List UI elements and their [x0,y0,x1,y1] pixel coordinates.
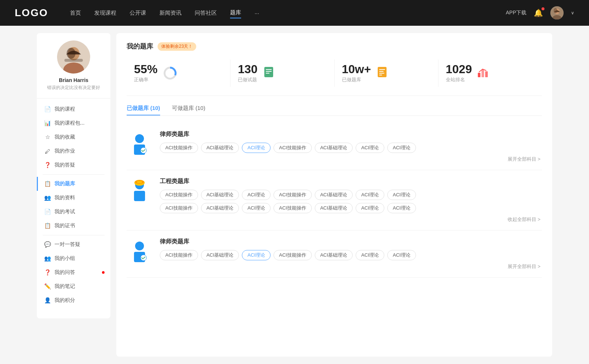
svg-point-31 [135,242,144,250]
menu-divider-2 [43,235,105,235]
expand-lawyer1-link[interactable]: 展开全部科目 > [160,156,542,163]
nav-open-course[interactable]: 公开课 [130,8,146,18]
svg-rect-22 [485,71,488,77]
collapse-engineer1-link[interactable]: 收起全部科目 > [160,216,542,223]
navbar: LOGO 首页 发现课程 公开课 新闻资讯 问答社区 题库 ··· APP下载 … [0,0,589,26]
bar-chart-icon: 📊 [44,120,51,126]
expand-lawyer2-link[interactable]: 展开全部科目 > [160,263,542,270]
eng-tag-2[interactable]: ACI基础理论 [201,190,239,200]
eng-tag-1[interactable]: ACI技能操作 [160,190,198,200]
svg-rect-13 [266,71,272,72]
done-questions-value: 130 [238,63,257,75]
eng-tag-5[interactable]: ACI基础理论 [315,190,353,200]
sidebar-item-exams[interactable]: 📄 我的考试 [37,205,110,219]
bank-card-lawyer2: 律师类题库 ACI技能操作 ACI基础理论 ACI理论 ACI技能操作 ACI基… [127,231,542,278]
rank-value: 1029 [446,63,472,75]
bank-card-engineer1: 工程类题库 ACI技能操作 ACI基础理论 ACI理论 ACI技能操作 ACI基… [127,170,542,231]
l2-tag-1[interactable]: ACI技能操作 [160,250,198,260]
l2-tag-7[interactable]: ACI理论 [387,250,416,260]
stat-done-banks: 10w+ 已做题库 [335,60,438,87]
bell-icon[interactable]: 🔔 [534,8,543,17]
sidebar-item-course-packages[interactable]: 📊 我的课程包... [37,116,110,130]
eng-tag-13[interactable]: ACI理论 [356,203,384,213]
accuracy-chart-icon [163,66,177,81]
exam-icon: 📄 [44,208,51,215]
star-icon: ☆ [44,134,51,140]
l2-tag-2[interactable]: ACI基础理论 [201,250,239,260]
bank-engineer1-body: 工程类题库 ACI技能操作 ACI基础理论 ACI理论 ACI技能操作 ACI基… [160,178,542,223]
l2-tag-5[interactable]: ACI基础理论 [315,250,353,260]
main-content: 我的题库 体验剩余23天！ 55% 正确率 130 [116,33,552,357]
menu-divider-1 [43,174,105,175]
app-download-button[interactable]: APP下载 [506,10,526,16]
accuracy-value: 55% [134,63,158,75]
tabs-row: 已做题库 (10) 可做题库 (10) [127,105,542,116]
eng-tag-3[interactable]: ACI理论 [242,190,271,200]
sidebar-item-my-courses[interactable]: 📄 我的课程 [37,102,110,116]
eng-tag-9[interactable]: ACI基础理论 [201,203,239,213]
page-title: 我的题库 [127,42,153,51]
points-icon: 👤 [44,297,51,304]
nav-home[interactable]: 首页 [70,8,81,18]
svg-rect-8 [64,59,83,62]
tab-done-banks[interactable]: 已做题库 (10) [127,105,160,115]
svg-rect-27 [134,191,145,201]
svg-rect-19 [379,75,382,75]
nav-bank[interactable]: 题库 [230,8,241,18]
tag-aci-skill-op[interactable]: ACI技能操作 [160,143,198,153]
nav-news[interactable]: 新闻资讯 [159,8,181,18]
bank-engineer1-tags-row1: ACI技能操作 ACI基础理论 ACI理论 ACI技能操作 ACI基础理论 AC… [160,190,542,200]
eng-tag-10[interactable]: ACI理论 [242,203,271,213]
tag-aci-skill-op-2[interactable]: ACI技能操作 [274,143,312,153]
done-banks-label: 已做题库 [342,76,371,83]
svg-point-7 [67,48,75,59]
eng-tag-4[interactable]: ACI技能操作 [274,190,312,200]
tag-aci-base-theory-2[interactable]: ACI基础理论 [315,143,353,153]
accuracy-label: 正确率 [134,76,158,83]
svg-rect-15 [378,67,387,77]
eng-tag-8[interactable]: ACI技能操作 [160,203,198,213]
eng-tag-7[interactable]: ACI理论 [387,190,416,200]
bank-lawyer2-title: 律师类题库 [160,238,542,246]
sidebar-menu: 📄 我的课程 📊 我的课程包... ☆ 我的收藏 🖊 我的作业 ❓ 我的答疑 � [37,99,110,311]
sidebar-item-favorites[interactable]: ☆ 我的收藏 [37,130,110,144]
sidebar-item-notes[interactable]: ✏️ 我的笔记 [37,279,110,293]
user-menu-chevron[interactable]: ∨ [571,10,574,15]
cert-icon: 📋 [44,222,51,229]
sidebar-item-homework[interactable]: 🖊 我的作业 [37,144,110,158]
l2-tag-6[interactable]: ACI理论 [356,250,384,260]
sidebar-item-certificate[interactable]: 📋 我的证书 [37,219,110,233]
l2-tag-active[interactable]: ACI理论 [242,250,271,260]
sidebar-item-one-on-one[interactable]: 💬 一对一答疑 [37,238,110,251]
nav-courses[interactable]: 发现课程 [94,8,116,18]
logo[interactable]: LOGO [15,7,48,19]
user-avatar[interactable] [550,6,564,19]
tag-aci-base-theory[interactable]: ACI基础理论 [201,143,239,153]
svg-rect-11 [264,67,273,77]
stat-accuracy: 55% 正确率 [127,60,230,87]
page-layout: Brian Harris 错误的决定比没有决定要好 📄 我的课程 📊 我的课程包… [37,26,552,364]
l2-tag-4[interactable]: ACI技能操作 [274,250,312,260]
nav-more[interactable]: ··· [254,8,259,18]
stat-done-questions: 130 已做试题 [230,60,334,87]
bank-lawyer1-body: 律师类题库 ACI技能操作 ACI基础理论 ACI理论 ACI技能操作 ACI基… [160,131,542,163]
eng-tag-11[interactable]: ACI技能操作 [274,203,312,213]
tag-aci-theory-3[interactable]: ACI理论 [387,143,416,153]
profile-avatar[interactable] [57,40,90,74]
svg-rect-18 [379,73,384,74]
eng-tag-6[interactable]: ACI理论 [356,190,384,200]
lawyer-icon [127,131,152,156]
sidebar-item-points[interactable]: 👤 我的积分 [37,293,110,307]
sidebar-item-my-qa[interactable]: ❓ 我的问答 [37,265,110,279]
tab-available-banks[interactable]: 可做题库 (10) [172,105,205,115]
notes-icon: ✏️ [44,283,51,290]
sidebar-item-questions[interactable]: ❓ 我的答疑 [37,158,110,172]
eng-tag-14[interactable]: ACI理论 [387,203,416,213]
eng-tag-12[interactable]: ACI基础理论 [315,203,353,213]
nav-qa[interactable]: 问答社区 [195,8,217,18]
sidebar-item-materials[interactable]: 👥 我的资料 [37,191,110,205]
tag-aci-theory-2[interactable]: ACI理论 [356,143,384,153]
sidebar-item-question-bank[interactable]: 📋 我的题库 [37,177,110,191]
tag-aci-theory-active[interactable]: ACI理论 [242,143,271,153]
sidebar-item-group[interactable]: 👥 我的小组 [37,251,110,265]
